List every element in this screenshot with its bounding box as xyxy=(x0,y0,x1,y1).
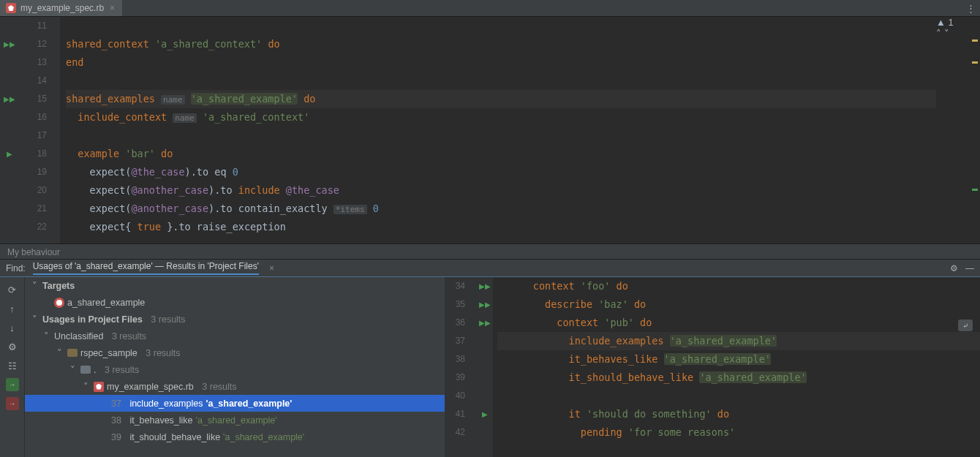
rerun-icon[interactable]: ⟳ xyxy=(6,283,19,296)
preview-line[interactable]: describe 'baz' do xyxy=(497,295,980,314)
code-line[interactable]: end xyxy=(66,53,936,72)
next-usage-icon[interactable]: ↓ xyxy=(6,321,19,334)
code-line[interactable]: expect(@another_case).to contain_exactly… xyxy=(66,200,936,218)
tree-targets-node[interactable]: ˅Targets xyxy=(25,277,445,294)
run-gutter: ▶▶▶▶▶ xyxy=(0,17,19,243)
ruby-file-icon xyxy=(6,3,16,13)
code-line[interactable] xyxy=(66,126,936,145)
prev-highlight-icon[interactable]: ˄ xyxy=(936,28,941,39)
find-header: Find: Usages of 'a_shared_example' — Res… xyxy=(0,260,980,277)
tab-menu-icon[interactable]: ⋮ xyxy=(961,0,980,16)
code-line[interactable] xyxy=(66,72,936,90)
preview-line[interactable]: it_should_behave_like 'a_shared_example' xyxy=(497,369,980,387)
code-line[interactable]: include_context name 'a_shared_context' xyxy=(66,108,936,126)
preview-line[interactable] xyxy=(497,387,980,405)
folder-icon xyxy=(80,366,91,374)
usage-hit[interactable]: 37 include_examples 'a_shared_example' xyxy=(25,395,445,412)
tree-unclassified-node[interactable]: ˅Unclassified 3 results xyxy=(25,328,445,344)
exclude-icon[interactable]: → xyxy=(6,397,19,410)
usage-hit[interactable]: 38 it_behaves_like 'a_shared_example' xyxy=(25,412,445,428)
editor-tabbar: my_example_spec.rb × ⋮ xyxy=(0,0,980,17)
find-title[interactable]: Usages of 'a_shared_example' — Results i… xyxy=(33,261,259,275)
code-line[interactable]: expect(@the_case).to eq 0 xyxy=(66,163,936,181)
find-minimize-icon[interactable]: — xyxy=(965,263,974,273)
tree-file-node[interactable]: ˅ my_example_spec.rb 3 results xyxy=(25,378,445,395)
code-line[interactable]: example 'bar' do xyxy=(66,145,936,163)
find-usages-panel: Find: Usages of 'a_shared_example' — Res… xyxy=(0,260,980,457)
code-line[interactable]: shared_examples name 'a_shared_example' … xyxy=(66,90,936,108)
ruby-file-icon xyxy=(94,382,104,392)
preview-line[interactable]: include_examples 'a_shared_example' xyxy=(497,332,980,350)
soft-wrap-icon[interactable]: ⤶ xyxy=(958,320,973,331)
line-number-gutter: 111213141516171819202122 xyxy=(19,17,60,243)
tree-usages-node[interactable]: ˅Usages in Project Files 3 results xyxy=(25,311,445,328)
preview-line[interactable]: it 'should do something' do xyxy=(497,405,980,423)
close-find-tab-icon[interactable]: × xyxy=(266,263,277,273)
prev-usage-icon[interactable]: ↑ xyxy=(6,302,19,315)
usage-settings-icon[interactable]: ⚙ xyxy=(6,340,19,353)
preview-line[interactable]: context 'pub' do xyxy=(497,314,980,332)
find-settings-icon[interactable]: ⚙ xyxy=(950,263,958,273)
preview-code[interactable]: context 'foo' do describe 'baz' do conte… xyxy=(493,277,980,457)
close-tab-icon[interactable]: × xyxy=(108,3,116,13)
find-results-tree[interactable]: ˅Targets a_shared_example ˅Usages in Pro… xyxy=(25,277,445,457)
warning-badge[interactable]: ▲ 1 xyxy=(936,17,980,28)
code-line[interactable] xyxy=(66,17,936,35)
tree-target-item[interactable]: a_shared_example xyxy=(25,294,445,311)
preview-line[interactable]: context 'foo' do xyxy=(497,277,980,295)
find-toolbar: ⟳ ↑ ↓ ⚙ ☷ → → xyxy=(0,277,25,457)
code-area[interactable]: shared_context 'a_shared_context' doends… xyxy=(60,17,936,243)
include-icon[interactable]: → xyxy=(6,378,19,391)
group-by-icon[interactable]: ☷ xyxy=(6,359,19,372)
code-line[interactable]: shared_context 'a_shared_context' do xyxy=(66,35,936,53)
project-folder-icon xyxy=(67,349,78,357)
code-line[interactable]: expect(@another_case).to include @the_ca… xyxy=(66,181,936,200)
editor-tab[interactable]: my_example_spec.rb × xyxy=(0,0,122,16)
target-icon xyxy=(54,298,64,308)
next-highlight-icon[interactable]: ˅ xyxy=(944,28,949,39)
editor: ▶▶▶▶▶ 111213141516171819202122 shared_co… xyxy=(0,17,980,243)
preview-line[interactable]: pending 'for some reasons' xyxy=(497,423,980,442)
code-line[interactable]: expect{ true }.to raise_exception xyxy=(66,218,936,236)
tree-project-node[interactable]: ˅ rspec_sample 3 results xyxy=(25,344,445,361)
tree-dir-node[interactable]: ˅ . 3 results xyxy=(25,361,445,378)
preview-line[interactable]: it_behaves_like 'a_shared_example' xyxy=(497,350,980,369)
tab-filename: my_example_spec.rb xyxy=(20,3,104,13)
breadcrumb[interactable]: My behaviour xyxy=(0,243,980,260)
usage-preview: 343536373839404142 ▶▶▶▶▶▶▶ context 'foo'… xyxy=(445,277,980,457)
usage-hit[interactable]: 39 it_should_behave_like 'a_shared_examp… xyxy=(25,428,445,445)
inspection-gutter: ▲ 1 ˄ ˅ xyxy=(936,17,980,243)
find-label: Find: xyxy=(6,263,26,273)
